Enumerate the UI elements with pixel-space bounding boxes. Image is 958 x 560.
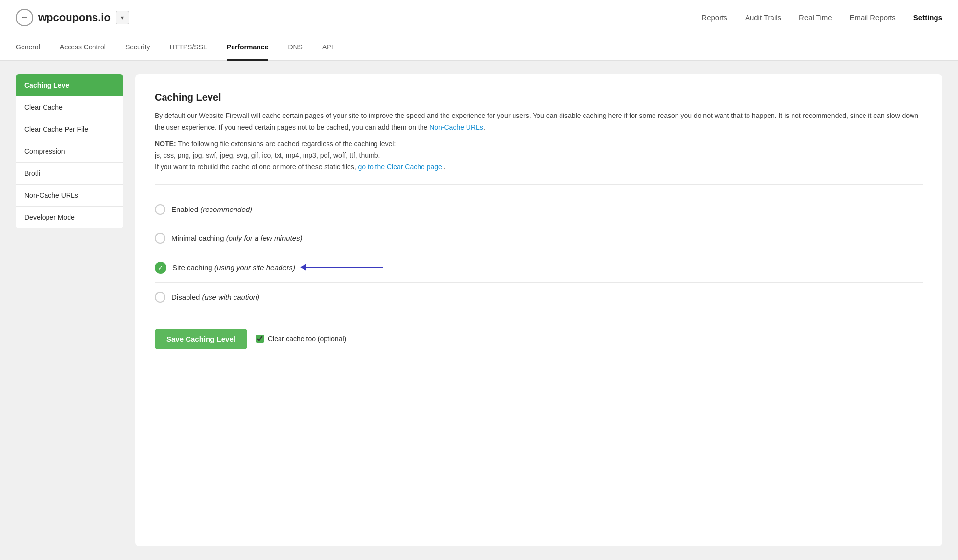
clear-cache-checkbox-label[interactable]: Clear cache too (optional) [256, 335, 346, 343]
radio-disabled-label: Disabled (use with caution) [171, 293, 259, 301]
sidebar-item-clear-cache[interactable]: Clear Cache [16, 96, 123, 118]
back-button[interactable]: ← [16, 9, 33, 26]
sidebar-item-caching-level[interactable]: Caching Level [16, 74, 123, 96]
nav-reports[interactable]: Reports [701, 13, 727, 22]
nav-settings[interactable]: Settings [913, 13, 942, 22]
sidebar-item-developer-mode[interactable]: Developer Mode [16, 207, 123, 228]
header-nav: Reports Audit Trails Real Time Email Rep… [701, 13, 942, 22]
radio-enabled-label: Enabled (recommended) [171, 205, 252, 213]
clear-cache-page-link[interactable]: go to the Clear Cache page [358, 163, 442, 171]
sidebar: Caching Level Clear Cache Clear Cache Pe… [16, 74, 123, 546]
arrow-annotation [305, 267, 383, 268]
content-panel: Caching Level By default our Website Fir… [135, 74, 942, 546]
non-cache-urls-link[interactable]: Non-Cache URLs [429, 123, 483, 131]
tab-security[interactable]: Security [125, 35, 150, 61]
save-caching-level-button[interactable]: Save Caching Level [155, 329, 247, 349]
tab-bar: General Access Control Security HTTPS/SS… [0, 35, 958, 61]
nav-audit-trails[interactable]: Audit Trails [745, 13, 781, 22]
content-description: By default our Website Firewall will cac… [155, 110, 923, 134]
content-title: Caching Level [155, 92, 923, 103]
tab-access-control[interactable]: Access Control [60, 35, 106, 61]
tab-api[interactable]: API [322, 35, 333, 61]
main-layout: Caching Level Clear Cache Clear Cache Pe… [0, 61, 958, 560]
sidebar-item-non-cache-urls[interactable]: Non-Cache URLs [16, 185, 123, 207]
save-row: Save Caching Level Clear cache too (opti… [155, 325, 923, 349]
radio-minimal-label: Minimal caching (only for a few minutes) [171, 234, 303, 242]
radio-site-caching-indicator: ✓ [155, 262, 166, 274]
sidebar-item-compression[interactable]: Compression [16, 140, 123, 163]
content-note: NOTE: The following file extensions are … [155, 139, 923, 173]
radio-site-caching-label: Site caching (using your site headers) [172, 263, 295, 272]
radio-enabled-indicator [155, 204, 165, 215]
nav-real-time[interactable]: Real Time [799, 13, 832, 22]
tab-performance[interactable]: Performance [227, 35, 269, 61]
clear-cache-checkbox[interactable] [256, 335, 264, 343]
arrow-row: Site caching (using your site headers) [172, 263, 383, 272]
radio-option-enabled[interactable]: Enabled (recommended) [155, 195, 923, 224]
radio-minimal-indicator [155, 233, 165, 244]
site-dropdown-button[interactable]: ▾ [116, 11, 129, 24]
sidebar-item-brotli[interactable]: Brotli [16, 163, 123, 185]
tab-general[interactable]: General [16, 35, 40, 61]
header-left: ← wpcoupons.io ▾ [16, 9, 701, 26]
radio-disabled-indicator [155, 292, 165, 303]
divider-1 [155, 184, 923, 185]
tab-https-ssl[interactable]: HTTPS/SSL [170, 35, 207, 61]
clear-cache-checkbox-text: Clear cache too (optional) [268, 335, 346, 343]
radio-option-disabled[interactable]: Disabled (use with caution) [155, 283, 923, 311]
site-title: wpcoupons.io [38, 11, 111, 24]
header: ← wpcoupons.io ▾ Reports Audit Trails Re… [0, 0, 958, 35]
sidebar-item-clear-cache-per-file[interactable]: Clear Cache Per File [16, 118, 123, 140]
tab-dns[interactable]: DNS [288, 35, 303, 61]
radio-option-site-caching[interactable]: ✓ Site caching (using your site headers) [155, 253, 923, 283]
radio-option-minimal[interactable]: Minimal caching (only for a few minutes) [155, 224, 923, 253]
nav-email-reports[interactable]: Email Reports [850, 13, 896, 22]
